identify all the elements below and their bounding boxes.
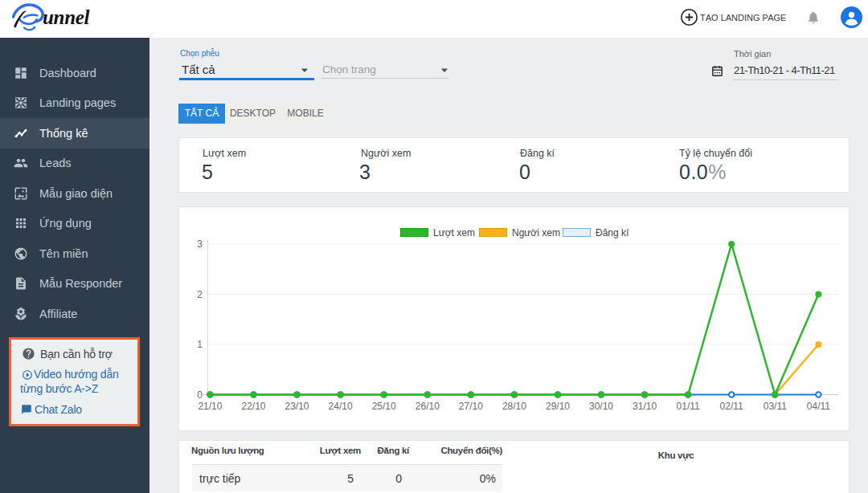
svg-text:unnel: unnel (43, 6, 90, 28)
